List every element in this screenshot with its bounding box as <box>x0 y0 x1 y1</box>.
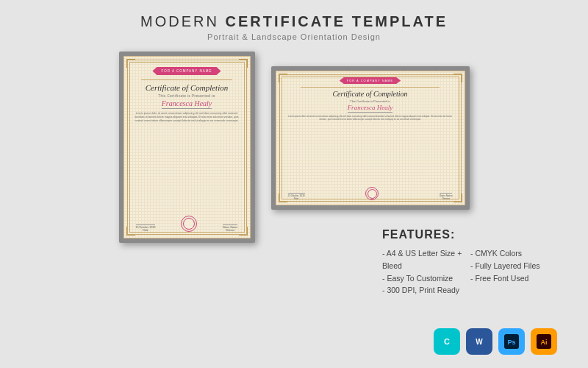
svg-text:C: C <box>444 337 450 346</box>
features-col1: - A4 & US Letter Size + Bleed - Easy To … <box>382 247 463 297</box>
landscape-cert-content: FOR A COMPANY NAME Certificate of Comple… <box>276 71 465 205</box>
feature-item-5: - Fully Layered Files <box>470 260 551 272</box>
title-bold: CERTIFICATE TEMPLATE <box>225 13 448 29</box>
portrait-frame: FOR A COMPANY NAME Certificate of Comple… <box>119 52 255 243</box>
feature-item-6: - Free Font Used <box>470 272 551 285</box>
landscape-date: 15 October, 2019 Date <box>288 193 305 200</box>
features-col2: - CMYK Colors - Fully Layered Files - Fr… <box>470 247 551 297</box>
landscape-cert-title: Certificate of Completion <box>332 90 407 99</box>
landscape-presented-text: This Certificate is Presented to <box>350 99 390 103</box>
page-subtitle: Portrait & Landscape Orientation Design <box>140 32 448 41</box>
portrait-seal <box>181 216 197 232</box>
certificates-row: FOR A COMPANY NAME Certificate of Comple… <box>119 52 470 243</box>
landscape-signature: Diane Natum Director <box>440 193 453 200</box>
word-icon[interactable]: W <box>466 328 492 355</box>
svg-text:Ps: Ps <box>507 339 515 346</box>
portrait-signature: Diane Natum Director <box>223 224 237 232</box>
landscape-footer: 15 October, 2019 Date Diane Natum Direct… <box>284 187 457 200</box>
page-title: MODERN CERTIFICATE TEMPLATE <box>140 13 448 30</box>
page-header: MODERN CERTIFICATE TEMPLATE Portrait & L… <box>140 0 448 41</box>
cert-divider-landscape-1 <box>301 87 440 88</box>
feature-item-4: - CMYK Colors <box>470 247 551 260</box>
feature-item-1: - A4 & US Letter Size + Bleed <box>382 247 463 272</box>
page-background: MODERN CERTIFICATE TEMPLATE Portrait & L… <box>0 0 588 368</box>
landscape-recipient-name: Francesca Healy <box>348 104 393 113</box>
portrait-cert-title: Certificate of Completion <box>146 83 228 93</box>
landscape-cert-inner: FOR A COMPANY NAME Certificate of Comple… <box>276 71 465 205</box>
feature-item-3: - 300 DPI, Print Ready <box>382 284 463 297</box>
landscape-body-text: Lorem ipsum dolor sit amet consectetuer … <box>284 115 457 121</box>
feature-item-2: - Easy To Customize <box>382 272 463 285</box>
portrait-footer: 15 October, 2019 Date Diane Natum Direct… <box>130 214 244 232</box>
portrait-sig-label: Director <box>223 229 237 232</box>
portrait-body-text: Lorem ipsum dolor sit amet consectetuer … <box>130 112 244 124</box>
portrait-cert-inner: FOR A COMPANY NAME Certificate of Comple… <box>123 56 251 238</box>
illustrator-icon[interactable]: Ai <box>531 328 557 355</box>
svg-text:Ai: Ai <box>541 339 548 346</box>
features-section: FEATURES: - A4 & US Letter Size + Bleed … <box>382 228 551 297</box>
landscape-date-label: Date <box>288 197 305 200</box>
canva-icon[interactable]: C <box>434 328 460 355</box>
portrait-seal-inner <box>183 218 195 230</box>
portrait-cert-content: FOR A COMPANY NAME Certificate of Comple… <box>124 57 250 238</box>
title-light: MODERN <box>140 13 225 29</box>
portrait-date: 15 October, 2019 Date <box>136 224 156 232</box>
landscape-frame: FOR A COMPANY NAME Certificate of Comple… <box>271 66 470 210</box>
landscape-seal-inner <box>368 189 377 199</box>
portrait-date-label: Date <box>136 229 156 232</box>
photoshop-icon[interactable]: Ps <box>498 328 525 355</box>
portrait-presented-text: This Certificate is Presented to <box>158 94 215 98</box>
app-icons-row: C W Ps Ai <box>434 328 557 355</box>
landscape-ribbon: FOR A COMPANY NAME <box>340 77 401 84</box>
portrait-recipient-name: Francesca Healy <box>162 99 212 109</box>
svg-text:W: W <box>476 338 483 346</box>
landscape-sig-label: Director <box>440 197 453 200</box>
landscape-seal <box>365 187 379 200</box>
features-title: FEATURES: <box>382 228 551 241</box>
features-grid: - A4 & US Letter Size + Bleed - Easy To … <box>382 247 551 297</box>
cert-divider-1 <box>141 79 232 80</box>
portrait-ribbon: FOR A COMPANY NAME <box>152 67 220 75</box>
